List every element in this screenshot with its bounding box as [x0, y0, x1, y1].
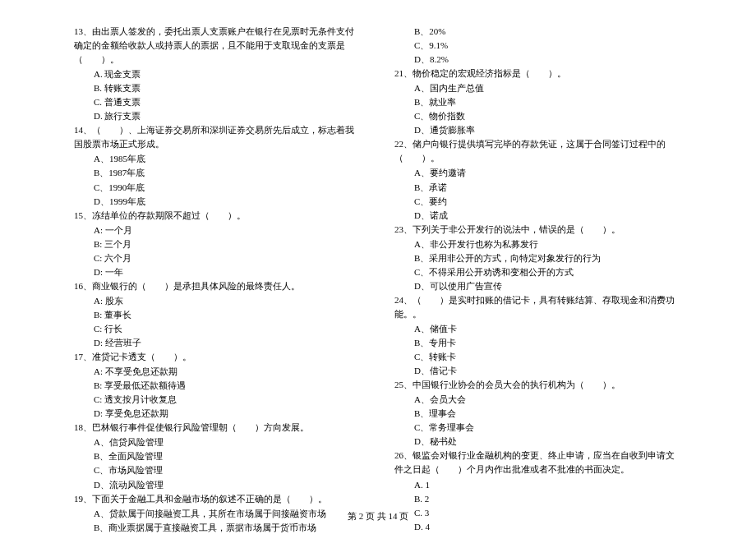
question-line: 18、巴林银行事件促使银行风险管理朝（ ）方向发展。 [74, 421, 362, 435]
option-line: D: 一年 [74, 265, 362, 279]
option-line: B: 享受最低还款额待遇 [74, 379, 362, 393]
option-line: B. 2 [394, 492, 682, 506]
question-line: 17、准贷记卡透支（ ）。 [74, 350, 362, 364]
question-line: 19、下面关于金融工具和金融市场的叙述不正确的是（ ）。 [74, 492, 362, 506]
option-line: C、要约 [394, 195, 682, 209]
content-columns: 13、由出票人签发的，委托出票人支票账户在银行在见票时无条件支付确定的金额给收款… [74, 25, 682, 501]
option-line: C、转账卡 [394, 350, 682, 364]
question-line: 13、由出票人签发的，委托出票人支票账户在银行在见票时无条件支付确定的金额给收款… [74, 25, 362, 67]
question-line: 24、（ ）是实时扣账的借记卡，具有转账结算、存取现金和消费功能。。 [394, 293, 682, 321]
left-column: 13、由出票人签发的，委托出票人支票账户在银行在见票时无条件支付确定的金额给收款… [74, 25, 362, 501]
option-line: D、借记卡 [394, 364, 682, 378]
option-line: D、通货膨胀率 [394, 123, 682, 137]
option-line: D、8.2% [394, 53, 682, 67]
option-line: D. 旅行支票 [74, 109, 362, 123]
question-line: 14、（ ）、上海证券交易所和深圳证券交易所先后成立，标志着我国股票市场正式形成… [74, 123, 362, 151]
option-line: B: 董事长 [74, 308, 362, 322]
option-line: C: 透支按月计收复息 [74, 393, 362, 407]
option-line: C、物价指数 [394, 109, 682, 123]
option-line: A: 一个月 [74, 223, 362, 237]
option-line: D、流动风险管理 [74, 478, 362, 492]
option-line: A、1985年底 [74, 152, 362, 166]
option-line: B: 三个月 [74, 237, 362, 251]
option-line: A、信贷风险管理 [74, 435, 362, 449]
option-line: A. 1 [394, 478, 682, 492]
option-line: B、承诺 [394, 181, 682, 195]
option-line: B. 转账支票 [74, 81, 362, 95]
option-line: B、采用非公开的方式，向特定对象发行的行为 [394, 251, 682, 265]
option-line: B、就业率 [394, 95, 682, 109]
option-line: D: 经营班子 [74, 336, 362, 350]
option-line: D、诺成 [394, 209, 682, 223]
option-line: A、储值卡 [394, 322, 682, 336]
option-line: A、会员大会 [394, 393, 682, 407]
option-line: B、理事会 [394, 407, 682, 421]
option-line: B、1987年底 [74, 166, 362, 180]
option-line: D、秘书处 [394, 435, 682, 449]
option-line: B、全面风险管理 [74, 449, 362, 463]
question-line: 21、物价稳定的宏观经济指标是（ ）。 [394, 67, 682, 81]
option-line: C: 六个月 [74, 251, 362, 265]
option-line: A、要约邀请 [394, 166, 682, 180]
option-line: C、市场风险管理 [74, 463, 362, 477]
page-footer: 第 2 页 共 14 页 [0, 510, 756, 522]
option-line: A. 现金支票 [74, 67, 362, 81]
question-line: 23、下列关于非公开发行的说法中，错误的是（ ）。 [394, 223, 682, 237]
option-line: C、常务理事会 [394, 421, 682, 435]
option-line: B、商业票据属于直接融资工具，票据市场属于货币市场 [74, 521, 362, 534]
option-line: A: 股东 [74, 294, 362, 308]
option-line: A、国内生产总值 [394, 81, 682, 95]
option-line: A: 不享受免息还款期 [74, 365, 362, 379]
question-line: 16、商业银行的（ ）是承担具体风险的最终责任人。 [74, 279, 362, 293]
option-line: C、9.1% [394, 39, 682, 53]
option-line: D、1999年底 [74, 195, 362, 209]
option-line: B、20% [394, 25, 682, 39]
option-line: A、非公开发行也称为私募发行 [394, 237, 682, 251]
question-line: 25、中国银行业协会的会员大会的执行机构为（ ）。 [394, 378, 682, 392]
question-line: 15、冻结单位的存款期限不超过（ ）。 [74, 209, 362, 223]
option-line: C、不得采用公开劝诱和变相公开的方式 [394, 265, 682, 279]
option-line: C: 行长 [74, 322, 362, 336]
option-line: D、可以使用广告宣传 [394, 279, 682, 293]
right-column: B、20%C、9.1%D、8.2%21、物价稳定的宏观经济指标是（ ）。A、国内… [394, 25, 682, 501]
option-line: D: 享受免息还款期 [74, 407, 362, 421]
question-line: 26、银监会对银行业金融机构的变更、终止申请，应当在自收到申请文件之日起（ ）个… [394, 449, 682, 476]
option-line: B、专用卡 [394, 336, 682, 350]
option-line: C、1990年底 [74, 181, 362, 195]
question-line: 22、储户向银行提供填写完毕的存款凭证，这属于合同签订过程中的（ ）。 [394, 137, 682, 165]
option-line: C. 普通支票 [74, 95, 362, 109]
